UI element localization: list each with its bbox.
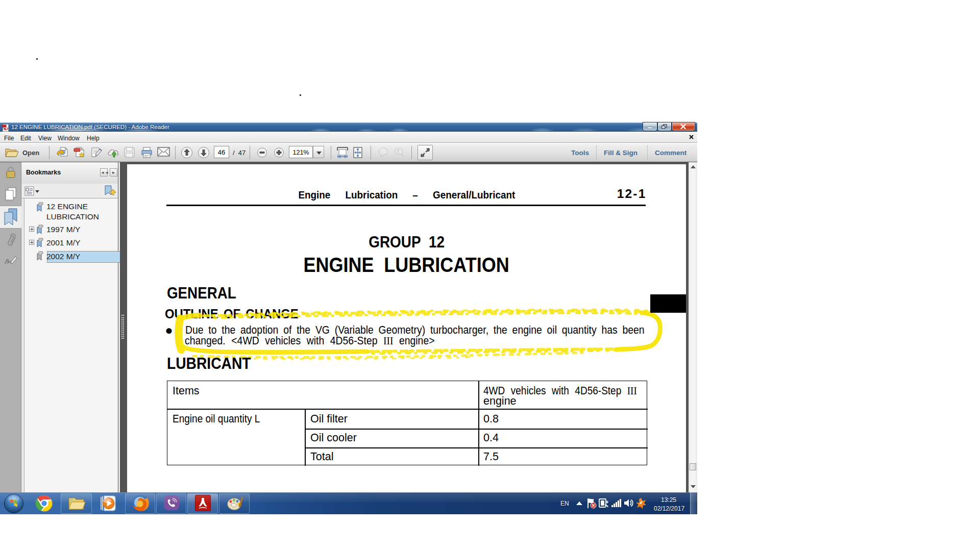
svg-text:T: T [397, 149, 400, 154]
